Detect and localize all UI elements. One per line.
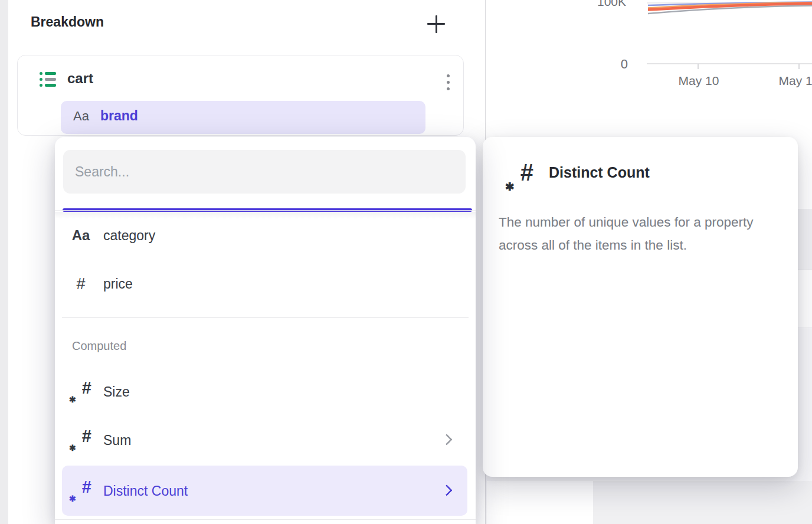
computed-number-icon: # ✱ <box>67 367 95 417</box>
star-glyph: ✱ <box>505 180 515 194</box>
property-option-price[interactable]: # price <box>62 260 467 308</box>
x-axis-label-may10: May 10 <box>669 74 728 88</box>
header-divider <box>55 210 476 211</box>
property-select-dropdown: Aa category # price Computed # ✱ Size # … <box>55 137 476 524</box>
computed-option-size[interactable]: # ✱ Size <box>62 367 467 417</box>
computed-number-icon: # ✱ <box>505 163 535 194</box>
hash-glyph: # <box>82 427 91 446</box>
star-glyph: ✱ <box>69 395 76 404</box>
x-axis-tickmark <box>798 64 800 69</box>
property-option-category[interactable]: Aa category <box>62 211 467 260</box>
popover-title: Distinct Count <box>549 164 650 181</box>
list-property-icon <box>40 71 56 87</box>
star-glyph: ✱ <box>69 494 76 503</box>
property-option-label: category <box>103 228 155 244</box>
search-box <box>63 150 466 194</box>
y-axis-tick-0: 0 <box>486 57 628 72</box>
plus-icon <box>436 15 437 33</box>
breakdown-section-title: Breakdown <box>31 14 104 30</box>
x-axis-line <box>647 63 812 64</box>
list-bottom-divider <box>55 519 476 520</box>
hash-glyph: # <box>520 159 533 186</box>
computed-section-label: Computed <box>72 339 126 353</box>
property-option-label: price <box>103 276 133 292</box>
selected-breakdown-label: brand <box>100 108 138 124</box>
search-input[interactable] <box>63 150 466 194</box>
computed-number-icon: # ✱ <box>67 415 95 465</box>
hash-glyph: # <box>82 378 91 398</box>
submenu-chevron-icon <box>441 434 453 446</box>
breakdown-card: cart Aa brand <box>17 55 464 136</box>
computed-number-icon: # ✱ <box>67 466 95 516</box>
x-axis-tickmark <box>698 64 699 69</box>
string-type-icon: Aa <box>73 109 89 124</box>
star-glyph: ✱ <box>69 443 76 453</box>
selected-breakdown-property[interactable]: Aa brand <box>61 101 425 134</box>
app-window: 100K 0 May 10 May 17 Breakdown cart Aa <box>0 0 812 524</box>
report-table-cell-white <box>487 481 593 524</box>
string-type-icon: Aa <box>68 211 94 260</box>
computed-option-label: Distinct Count <box>103 483 188 499</box>
property-group-name: cart <box>67 70 93 87</box>
function-description-popover: # ✱ Distinct Count The number of unique … <box>483 137 798 477</box>
computed-option-distinct-count[interactable]: # ✱ Distinct Count <box>62 466 467 516</box>
report-table-cell-gray <box>593 481 812 524</box>
computed-option-label: Size <box>103 384 130 400</box>
y-axis-tick-100k: 100K <box>486 0 626 9</box>
popover-description: The number of unique values for a proper… <box>499 211 783 257</box>
section-divider <box>62 317 469 318</box>
submenu-chevron-icon <box>441 484 453 496</box>
number-type-icon: # <box>68 260 94 308</box>
computed-option-sum[interactable]: # ✱ Sum <box>62 415 467 465</box>
hash-glyph: # <box>82 477 91 497</box>
x-axis-label-may17: May 17 <box>770 74 812 88</box>
breakdown-options-button[interactable] <box>441 70 455 94</box>
computed-option-label: Sum <box>103 433 131 448</box>
add-breakdown-button[interactable] <box>425 13 447 35</box>
